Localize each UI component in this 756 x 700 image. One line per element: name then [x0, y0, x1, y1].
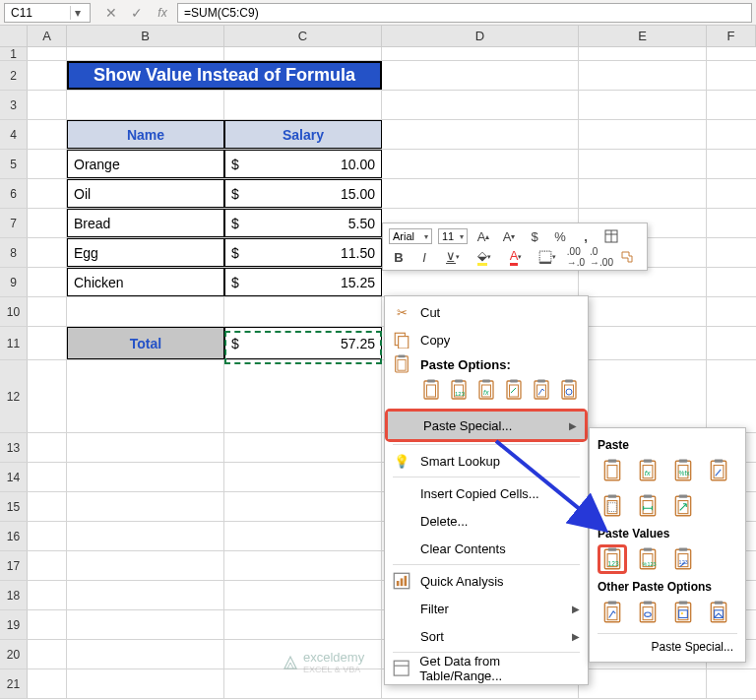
- underline-icon[interactable]: ⊻▾: [440, 248, 466, 266]
- cell-name-0[interactable]: Orange: [67, 150, 224, 178]
- cell-A2[interactable]: [28, 61, 67, 90]
- border-icon[interactable]: ▾: [535, 248, 560, 266]
- bold-icon[interactable]: B: [389, 248, 409, 266]
- name-box[interactable]: C11 ▾: [4, 3, 91, 23]
- title-text: Show Value Instead of Formula: [94, 65, 355, 86]
- row-header-10[interactable]: 10: [0, 297, 28, 326]
- col-header-A[interactable]: A: [28, 26, 67, 46]
- percent-icon[interactable]: %: [550, 227, 570, 245]
- row-header-6[interactable]: 6: [0, 179, 28, 208]
- paste-values-icon[interactable]: 123: [448, 377, 470, 403]
- submenu-paste-special-link[interactable]: Paste Special...: [598, 638, 737, 656]
- cell-name-4[interactable]: Chicken: [67, 268, 224, 296]
- cell-salary-3[interactable]: $11.50: [224, 238, 382, 267]
- row-header-7[interactable]: 7: [0, 209, 28, 237]
- cell-A1[interactable]: [28, 47, 67, 60]
- currency-icon[interactable]: $: [525, 227, 544, 245]
- font-size-selector[interactable]: 11▾: [438, 228, 468, 244]
- menu-sort[interactable]: Sort ▶: [385, 622, 588, 650]
- decrease-decimal-icon[interactable]: .00→.0: [566, 248, 586, 266]
- row-header-11[interactable]: 11: [0, 327, 28, 359]
- sm-paste-values-icon[interactable]: 123: [598, 544, 627, 574]
- sm-paste-values-nf-icon[interactable]: %123: [633, 544, 662, 574]
- header-name[interactable]: Name: [67, 120, 224, 149]
- cell-name-2[interactable]: Bread: [67, 209, 224, 237]
- comma-icon[interactable]: ,: [576, 227, 596, 245]
- increase-decimal-icon[interactable]: .0→.00: [592, 248, 611, 266]
- cell-salary-1[interactable]: $15.00: [224, 179, 382, 208]
- format-painter-icon[interactable]: [617, 248, 637, 266]
- name-box-value: C11: [11, 6, 32, 20]
- paste-transpose-icon[interactable]: [503, 377, 525, 403]
- formula-bar: C11 ▾ ✕ ✓ fx =SUM(C5:C9): [0, 0, 756, 26]
- fx-icon[interactable]: fx: [152, 3, 173, 23]
- menu-paste-special[interactable]: Paste Special... ▶: [388, 412, 585, 439]
- sm-paste-noborders-icon[interactable]: [598, 491, 627, 521]
- cell-C1[interactable]: [224, 47, 382, 60]
- cell-salary-0[interactable]: $10.00: [224, 150, 382, 178]
- sm-paste-picture-icon[interactable]: [668, 598, 698, 627]
- confirm-formula-icon[interactable]: ✓: [126, 3, 148, 23]
- col-header-F[interactable]: F: [707, 26, 756, 46]
- sm-paste-all-icon[interactable]: [598, 456, 627, 485]
- row-header-1[interactable]: 1: [0, 47, 28, 60]
- increase-font-icon[interactable]: A▴: [473, 227, 493, 245]
- col-header-D[interactable]: D: [382, 26, 579, 46]
- total-cell[interactable]: $57.25: [224, 327, 382, 359]
- row-header-5[interactable]: 5: [0, 150, 28, 178]
- decrease-font-icon[interactable]: A▾: [499, 227, 519, 245]
- cell-D1[interactable]: [382, 47, 579, 60]
- sm-paste-formulas-nf-icon[interactable]: %fx: [668, 456, 698, 485]
- menu-get-data[interactable]: Get Data from Table/Range...: [385, 655, 588, 682]
- table-icon[interactable]: [601, 227, 621, 245]
- select-all-corner[interactable]: [0, 26, 28, 46]
- menu-filter[interactable]: Filter ▶: [385, 595, 588, 622]
- menu-delete[interactable]: Delete...: [385, 507, 588, 535]
- cell-name-3[interactable]: Egg: [67, 238, 224, 267]
- col-header-E[interactable]: E: [579, 26, 707, 46]
- cell-E1[interactable]: [579, 47, 707, 60]
- menu-smart-lookup[interactable]: 💡 Smart Lookup: [385, 447, 588, 475]
- sm-paste-linked-picture-icon[interactable]: [704, 598, 733, 627]
- sm-paste-formatting-icon[interactable]: [598, 598, 627, 627]
- cell-B1[interactable]: [67, 47, 224, 60]
- sm-paste-values-source-icon[interactable]: 123: [668, 544, 698, 574]
- sm-paste-colwidth-icon[interactable]: [633, 491, 662, 521]
- sm-paste-formulas-icon[interactable]: fx: [633, 456, 662, 485]
- formula-input[interactable]: =SUM(C5:C9): [177, 3, 752, 23]
- menu-quick-analysis[interactable]: Quick Analysis: [385, 567, 588, 595]
- row-header-8[interactable]: 8: [0, 238, 28, 267]
- header-salary[interactable]: Salary: [224, 120, 382, 149]
- row-header-2[interactable]: 2: [0, 61, 28, 90]
- italic-icon[interactable]: I: [414, 248, 434, 266]
- font-selector[interactable]: Arial▾: [389, 228, 432, 244]
- cell-salary-2[interactable]: $5.50: [224, 209, 382, 237]
- cancel-formula-icon[interactable]: ✕: [100, 3, 122, 23]
- paste-link-icon[interactable]: [558, 377, 580, 403]
- row-header-4[interactable]: 4: [0, 120, 28, 149]
- cell-D2[interactable]: [382, 61, 579, 90]
- font-color-icon[interactable]: A▾: [503, 248, 529, 266]
- name-box-dropdown-icon[interactable]: ▾: [70, 6, 84, 20]
- col-header-C[interactable]: C: [224, 26, 382, 46]
- total-label[interactable]: Total: [67, 327, 224, 359]
- sm-paste-link-icon[interactable]: [633, 598, 662, 627]
- cell-name-1[interactable]: Oil: [67, 179, 224, 208]
- cell-salary-4[interactable]: $15.25: [224, 268, 382, 296]
- row-header-3[interactable]: 3: [0, 91, 28, 119]
- sm-paste-transpose-icon[interactable]: [668, 491, 698, 521]
- menu-copy[interactable]: Copy: [385, 326, 588, 353]
- paste-all-icon[interactable]: [420, 377, 442, 403]
- menu-insert-copied[interactable]: Insert Copied Cells...: [385, 479, 588, 507]
- paste-formulas-icon[interactable]: fx: [475, 377, 497, 403]
- menu-cut[interactable]: ✂ Cut: [385, 298, 588, 326]
- cell-E2[interactable]: [579, 61, 707, 90]
- paste-formatting-icon[interactable]: [531, 377, 552, 403]
- fill-color-icon[interactable]: ⬙▾: [472, 248, 497, 266]
- col-header-B[interactable]: B: [67, 26, 224, 46]
- paste-options-row: 123 fx: [385, 375, 588, 409]
- row-header-9[interactable]: 9: [0, 268, 28, 296]
- menu-clear-contents[interactable]: Clear Contents: [385, 535, 588, 562]
- title-cell[interactable]: Show Value Instead of Formula: [67, 61, 382, 90]
- sm-paste-keep-source-icon[interactable]: [704, 456, 733, 485]
